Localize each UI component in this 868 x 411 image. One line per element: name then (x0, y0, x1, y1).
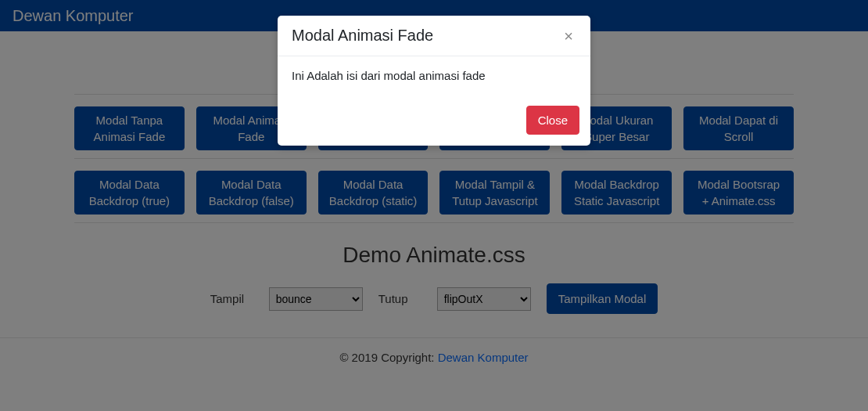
page-root: Dewan Komputer Modal Tanpa Animasi Fade … (0, 0, 868, 411)
close-icon[interactable]: × (561, 28, 576, 44)
modal-body: Ini Adalah isi dari modal animasi fade (278, 56, 590, 96)
modal-footer: Close (278, 96, 590, 146)
modal-header: Modal Animasi Fade × (278, 16, 590, 56)
modal-dialog: Modal Animasi Fade × Ini Adalah isi dari… (278, 16, 590, 146)
modal-title: Modal Animasi Fade (292, 27, 433, 45)
modal-close-button[interactable]: Close (526, 106, 579, 135)
